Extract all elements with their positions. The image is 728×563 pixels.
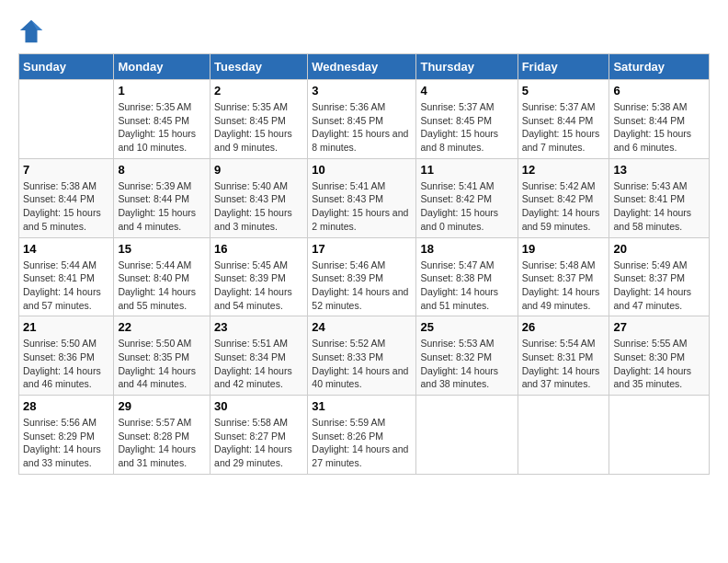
day-number: 31 xyxy=(312,399,412,413)
calendar-cell xyxy=(609,396,710,475)
day-number: 23 xyxy=(214,320,303,334)
day-number: 14 xyxy=(23,242,109,256)
day-info: Sunrise: 5:40 AMSunset: 8:43 PMDaylight:… xyxy=(214,179,303,234)
day-number: 11 xyxy=(420,163,513,177)
day-number: 26 xyxy=(522,320,606,334)
calendar-cell: 3Sunrise: 5:36 AMSunset: 8:45 PMDaylight… xyxy=(308,80,416,159)
calendar-cell: 30Sunrise: 5:58 AMSunset: 8:27 PMDayligh… xyxy=(210,396,308,475)
day-number: 24 xyxy=(312,320,412,334)
day-number: 18 xyxy=(420,242,513,256)
day-info: Sunrise: 5:41 AMSunset: 8:43 PMDaylight:… xyxy=(312,179,412,234)
day-number: 9 xyxy=(214,163,303,177)
day-number: 28 xyxy=(23,399,109,413)
day-number: 3 xyxy=(312,84,412,98)
day-info: Sunrise: 5:56 AMSunset: 8:29 PMDaylight:… xyxy=(23,416,109,470)
calendar-cell: 27Sunrise: 5:55 AMSunset: 8:30 PMDayligh… xyxy=(609,316,710,396)
day-info: Sunrise: 5:50 AMSunset: 8:35 PMDaylight:… xyxy=(118,337,206,391)
header xyxy=(18,18,710,44)
day-number: 10 xyxy=(312,163,412,177)
day-number: 7 xyxy=(23,163,109,177)
day-info: Sunrise: 5:38 AMSunset: 8:44 PMDaylight:… xyxy=(613,100,705,155)
day-number: 13 xyxy=(613,163,705,177)
svg-marker-0 xyxy=(20,20,42,42)
day-number: 16 xyxy=(214,242,303,256)
day-info: Sunrise: 5:57 AMSunset: 8:28 PMDaylight:… xyxy=(118,416,206,470)
logo-icon xyxy=(18,18,44,44)
day-number: 27 xyxy=(613,320,705,334)
day-info: Sunrise: 5:37 AMSunset: 8:45 PMDaylight:… xyxy=(420,100,513,155)
day-number: 29 xyxy=(118,399,206,413)
calendar-cell: 8Sunrise: 5:39 AMSunset: 8:44 PMDaylight… xyxy=(114,158,210,237)
day-number: 17 xyxy=(312,242,412,256)
calendar-cell: 1Sunrise: 5:35 AMSunset: 8:45 PMDaylight… xyxy=(114,80,210,159)
col-header-saturday: Saturday xyxy=(609,54,710,80)
calendar-cell: 19Sunrise: 5:48 AMSunset: 8:37 PMDayligh… xyxy=(518,237,609,316)
day-number: 22 xyxy=(118,320,206,334)
col-header-sunday: Sunday xyxy=(19,54,114,80)
day-number: 2 xyxy=(214,84,303,98)
calendar-cell xyxy=(518,396,609,475)
calendar-cell: 14Sunrise: 5:44 AMSunset: 8:41 PMDayligh… xyxy=(19,237,114,316)
calendar-cell: 7Sunrise: 5:38 AMSunset: 8:44 PMDaylight… xyxy=(19,158,114,237)
day-number: 21 xyxy=(23,320,109,334)
day-info: Sunrise: 5:36 AMSunset: 8:45 PMDaylight:… xyxy=(312,100,412,155)
day-number: 1 xyxy=(118,84,206,98)
day-info: Sunrise: 5:52 AMSunset: 8:33 PMDaylight:… xyxy=(312,337,412,391)
day-info: Sunrise: 5:55 AMSunset: 8:30 PMDaylight:… xyxy=(613,337,705,391)
calendar-cell xyxy=(416,396,518,475)
col-header-wednesday: Wednesday xyxy=(308,54,416,80)
calendar-cell: 23Sunrise: 5:51 AMSunset: 8:34 PMDayligh… xyxy=(210,316,308,396)
day-info: Sunrise: 5:58 AMSunset: 8:27 PMDaylight:… xyxy=(214,416,303,470)
calendar-cell: 2Sunrise: 5:35 AMSunset: 8:45 PMDaylight… xyxy=(210,80,308,159)
calendar-cell: 9Sunrise: 5:40 AMSunset: 8:43 PMDaylight… xyxy=(210,158,308,237)
day-info: Sunrise: 5:51 AMSunset: 8:34 PMDaylight:… xyxy=(214,337,303,391)
day-info: Sunrise: 5:48 AMSunset: 8:37 PMDaylight:… xyxy=(522,259,606,313)
day-info: Sunrise: 5:45 AMSunset: 8:39 PMDaylight:… xyxy=(214,259,303,313)
col-header-tuesday: Tuesday xyxy=(210,54,308,80)
calendar-cell: 4Sunrise: 5:37 AMSunset: 8:45 PMDaylight… xyxy=(416,80,518,159)
day-info: Sunrise: 5:43 AMSunset: 8:41 PMDaylight:… xyxy=(613,179,705,234)
calendar-cell: 26Sunrise: 5:54 AMSunset: 8:31 PMDayligh… xyxy=(518,316,609,396)
day-info: Sunrise: 5:35 AMSunset: 8:45 PMDaylight:… xyxy=(118,100,206,155)
day-number: 30 xyxy=(214,399,303,413)
calendar-table: SundayMondayTuesdayWednesdayThursdayFrid… xyxy=(18,53,710,475)
calendar-cell: 13Sunrise: 5:43 AMSunset: 8:41 PMDayligh… xyxy=(609,158,710,237)
day-number: 5 xyxy=(522,84,606,98)
day-info: Sunrise: 5:46 AMSunset: 8:39 PMDaylight:… xyxy=(312,259,412,313)
calendar-cell: 24Sunrise: 5:52 AMSunset: 8:33 PMDayligh… xyxy=(308,316,416,396)
day-number: 19 xyxy=(522,242,606,256)
day-info: Sunrise: 5:35 AMSunset: 8:45 PMDaylight:… xyxy=(214,100,303,155)
day-info: Sunrise: 5:54 AMSunset: 8:31 PMDaylight:… xyxy=(522,337,606,391)
day-info: Sunrise: 5:44 AMSunset: 8:41 PMDaylight:… xyxy=(23,259,109,313)
day-info: Sunrise: 5:49 AMSunset: 8:37 PMDaylight:… xyxy=(613,259,705,313)
calendar-cell: 15Sunrise: 5:44 AMSunset: 8:40 PMDayligh… xyxy=(114,237,210,316)
day-info: Sunrise: 5:41 AMSunset: 8:42 PMDaylight:… xyxy=(420,179,513,234)
calendar-cell: 20Sunrise: 5:49 AMSunset: 8:37 PMDayligh… xyxy=(609,237,710,316)
day-number: 12 xyxy=(522,163,606,177)
calendar-cell xyxy=(19,80,114,159)
calendar-cell: 11Sunrise: 5:41 AMSunset: 8:42 PMDayligh… xyxy=(416,158,518,237)
day-info: Sunrise: 5:50 AMSunset: 8:36 PMDaylight:… xyxy=(23,337,109,391)
col-header-thursday: Thursday xyxy=(416,54,518,80)
day-info: Sunrise: 5:39 AMSunset: 8:44 PMDaylight:… xyxy=(118,179,206,234)
day-number: 6 xyxy=(613,84,705,98)
calendar-cell: 12Sunrise: 5:42 AMSunset: 8:42 PMDayligh… xyxy=(518,158,609,237)
calendar-cell: 17Sunrise: 5:46 AMSunset: 8:39 PMDayligh… xyxy=(308,237,416,316)
calendar-cell: 5Sunrise: 5:37 AMSunset: 8:44 PMDaylight… xyxy=(518,80,609,159)
calendar-cell: 6Sunrise: 5:38 AMSunset: 8:44 PMDaylight… xyxy=(609,80,710,159)
day-number: 20 xyxy=(613,242,705,256)
day-info: Sunrise: 5:47 AMSunset: 8:38 PMDaylight:… xyxy=(420,259,513,313)
day-number: 25 xyxy=(420,320,513,334)
col-header-monday: Monday xyxy=(114,54,210,80)
day-number: 4 xyxy=(420,84,513,98)
day-info: Sunrise: 5:59 AMSunset: 8:26 PMDaylight:… xyxy=(312,416,412,470)
day-info: Sunrise: 5:38 AMSunset: 8:44 PMDaylight:… xyxy=(23,179,109,234)
day-info: Sunrise: 5:42 AMSunset: 8:42 PMDaylight:… xyxy=(522,179,606,234)
calendar-cell: 21Sunrise: 5:50 AMSunset: 8:36 PMDayligh… xyxy=(19,316,114,396)
calendar-cell: 28Sunrise: 5:56 AMSunset: 8:29 PMDayligh… xyxy=(19,396,114,475)
calendar-cell: 29Sunrise: 5:57 AMSunset: 8:28 PMDayligh… xyxy=(114,396,210,475)
logo xyxy=(18,18,46,44)
calendar-cell: 10Sunrise: 5:41 AMSunset: 8:43 PMDayligh… xyxy=(308,158,416,237)
day-info: Sunrise: 5:44 AMSunset: 8:40 PMDaylight:… xyxy=(118,259,206,313)
day-info: Sunrise: 5:53 AMSunset: 8:32 PMDaylight:… xyxy=(420,337,513,391)
